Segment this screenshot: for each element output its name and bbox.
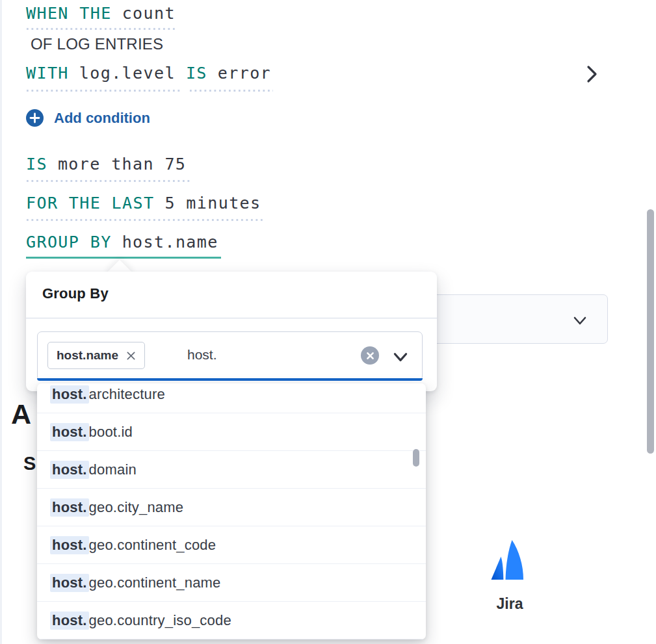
window-value: 5 minutes (164, 194, 261, 213)
combobox-toggle-button[interactable] (391, 347, 410, 369)
action-type-label: Jira (485, 595, 534, 613)
combobox-focus-bar (37, 378, 423, 381)
window-keyword: FOR THE LAST (26, 194, 154, 213)
with-field: log.level (79, 64, 176, 83)
rule-line-with[interactable]: WITHlog.levelISerror (26, 64, 271, 83)
action-type-jira[interactable]: Jira (485, 537, 534, 613)
threshold-keyword: IS (26, 155, 47, 174)
dropdown-scrollbar-thumb[interactable] (413, 449, 419, 467)
threshold-dotted-underline (26, 179, 190, 183)
chevron-right-icon (583, 64, 600, 84)
threshold-value: more than 75 (58, 155, 186, 174)
background-select[interactable] (426, 294, 608, 344)
list-item[interactable]: host.boot.id (37, 413, 426, 451)
atlassian-jira-icon (486, 537, 533, 584)
window-dotted-underline (26, 218, 264, 222)
comparator-value: error (218, 64, 271, 83)
background-heading-partial: A (11, 398, 31, 430)
selected-field-pill[interactable]: host.name (47, 342, 145, 369)
comparator-dotted-underline (189, 89, 273, 92)
when-keyword: WHEN THE (26, 4, 112, 23)
when-dotted-underline (26, 27, 177, 31)
plus-circle-icon (26, 109, 44, 127)
chevron-down-icon (391, 347, 410, 367)
add-condition-button[interactable]: Add condition (26, 109, 150, 127)
list-item[interactable]: host.geo.continent_code (37, 526, 426, 564)
rule-line-group-by[interactable]: GROUP BYhost.name (26, 233, 218, 252)
list-item[interactable]: host.geo.city_name (37, 489, 426, 526)
background-subheading-partial: S (23, 453, 36, 474)
with-keyword: WITH (26, 64, 69, 83)
rule-line-threshold[interactable]: ISmore than 75 (26, 155, 186, 174)
popover-title: Group By (42, 285, 109, 302)
group-by-active-underline (26, 257, 221, 259)
when-value: count (122, 4, 176, 23)
x-icon[interactable] (126, 351, 136, 361)
panel-left-edge (0, 0, 2, 644)
clear-selection-button[interactable] (361, 346, 379, 365)
group-by-keyword: GROUP BY (26, 233, 112, 252)
list-item[interactable]: host.domain (37, 451, 426, 489)
rule-line-when[interactable]: WHEN THEcount (26, 4, 176, 23)
list-item[interactable]: host.geo.continent_name (37, 564, 426, 602)
popover-divider (26, 318, 437, 318)
combobox-input[interactable]: host. (187, 347, 217, 363)
expand-condition-button[interactable] (583, 64, 600, 86)
with-dotted-underline (26, 89, 180, 92)
comparator-keyword: IS (186, 64, 207, 83)
chevron-down-icon (571, 311, 589, 332)
pill-label: host.name (57, 348, 118, 363)
page-scrollbar-thumb[interactable] (647, 209, 654, 454)
suggestion-list: host.architecture host.boot.id host.doma… (37, 383, 426, 639)
rule-line-window[interactable]: FOR THE LAST5 minutes (26, 194, 261, 213)
add-condition-label: Add condition (54, 110, 150, 127)
group-by-combobox[interactable]: host.name host. (37, 331, 423, 381)
list-item[interactable]: host.architecture (37, 383, 426, 413)
group-by-value: host.name (122, 233, 218, 252)
circle-x-icon (366, 352, 374, 360)
of-log-entries-label: OF LOG ENTRIES (31, 35, 163, 53)
field-suggestions-dropdown: host.architecture host.boot.id host.doma… (37, 383, 426, 639)
group-by-popover: Group By host.name host. (26, 272, 437, 391)
list-item[interactable]: host.geo.country_iso_code (37, 602, 426, 639)
